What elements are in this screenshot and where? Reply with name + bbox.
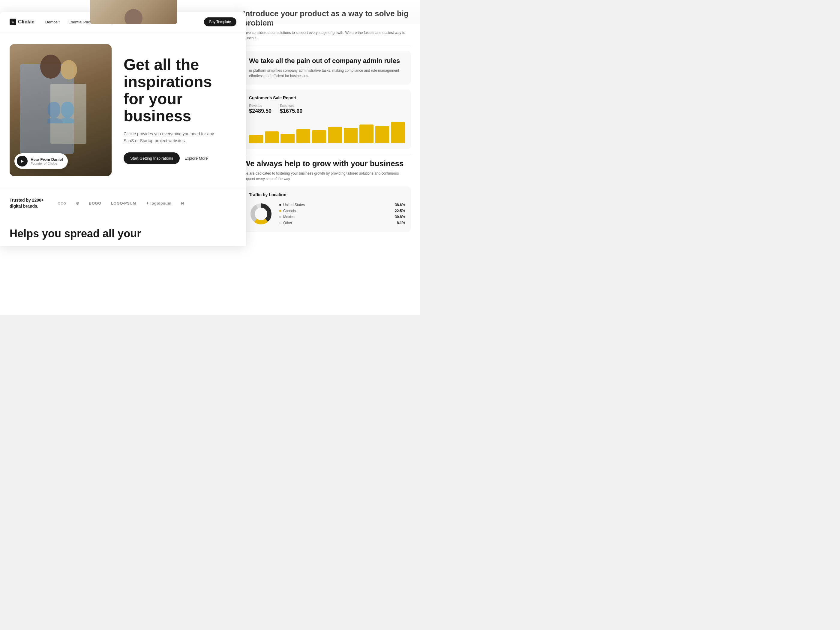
divider-2 <box>243 154 411 154</box>
brand-logo-3: BOGO <box>89 201 101 205</box>
logo[interactable]: C Clickie <box>9 19 35 25</box>
legend-dot <box>279 210 281 212</box>
bar <box>281 134 295 143</box>
brand-logos: ᴑᴑᴑ ⊚ BOGO LOGO·PSUM ✦ logoIpsum N <box>58 201 184 205</box>
legend-item: Other 8.1% <box>279 221 405 225</box>
nav-demos[interactable]: Demos ▾ <box>45 20 60 24</box>
divider <box>243 46 411 46</box>
legend-dot <box>279 204 281 206</box>
trusted-section: Trusted by 2200+ digital brands. ᴑᴑᴑ ⊚ B… <box>0 188 246 218</box>
sales-report-title: Customer's Sale Report <box>249 95 405 100</box>
sales-metrics: Revenue $2489.50 Expenses $1675.60 <box>249 104 405 114</box>
bar <box>249 135 263 143</box>
legend-label: Other <box>279 221 292 225</box>
bar <box>328 127 342 143</box>
bar <box>265 131 279 143</box>
legend-item: Canada 22.5% <box>279 209 405 213</box>
chevron-down-icon: ▾ <box>58 21 60 24</box>
revenue-value: $2489.50 <box>249 108 272 114</box>
bar <box>375 126 389 143</box>
brand-logo-1: ᴑᴑᴑ <box>58 201 66 205</box>
legend-dot <box>279 216 281 218</box>
legend-dot <box>279 222 281 224</box>
bar <box>391 122 405 143</box>
grow-section: We always help to grow with your busines… <box>243 159 411 182</box>
explore-more-button[interactable]: Explore More <box>185 156 208 161</box>
legend-label: United States <box>279 203 305 207</box>
testimonial-badge[interactable]: ▶ Hear From Daniel Founder of Clickie <box>14 153 68 169</box>
brand-logo-5: ✦ logoIpsum <box>146 201 172 205</box>
donut-chart <box>249 202 273 226</box>
bottom-title: Helps you spread all your <box>9 227 237 240</box>
legend-value: 30.8% <box>395 215 405 219</box>
start-getting-inspirations-button[interactable]: Start Getting Inspirations <box>123 152 180 164</box>
legend-value: 8.1% <box>397 221 405 225</box>
admin-description: ur platform simplifies company administr… <box>249 68 405 79</box>
buy-template-button[interactable]: Buy Template <box>204 17 237 27</box>
legend-label: Mexico <box>279 215 295 219</box>
play-icon: ▶ <box>17 156 28 166</box>
bar <box>359 125 374 143</box>
grow-heading: We always help to grow with your busines… <box>243 159 411 168</box>
legend-value: 22.5% <box>395 209 405 213</box>
admin-heading: We take all the pain out of company admi… <box>249 57 405 65</box>
expenses-label: Expenses <box>280 104 302 107</box>
testimonial-role: Founder of Clickie <box>31 162 63 165</box>
legend-item: United States 38.6% <box>279 203 405 207</box>
revenue-label: Revenue <box>249 104 272 107</box>
introduce-heading: Introduce your product as a way to solve… <box>243 9 411 28</box>
legend-value: 38.6% <box>395 203 405 207</box>
right-panels: Introduce your product as a way to solve… <box>234 0 420 243</box>
bar <box>312 130 326 143</box>
traffic-content: United States 38.6% Canada 22.5% Mexico … <box>249 202 405 226</box>
bar <box>297 129 311 143</box>
trusted-label: Trusted by 2200+ digital brands. <box>9 197 46 209</box>
bar <box>344 128 358 143</box>
admin-feature-card: We take all the pain out of company admi… <box>243 51 411 85</box>
grow-description: We are dedicated to fostering your busin… <box>243 171 411 182</box>
logo-icon: C <box>9 19 16 25</box>
bottom-headline: Helps you spread all your <box>0 218 246 246</box>
testimonial-name: Hear From Daniel <box>31 157 63 162</box>
bar-chart <box>249 119 405 143</box>
hero-description: Clickie provides you everything you need… <box>123 131 219 144</box>
expenses-value: $1675.60 <box>280 108 302 114</box>
sales-report-card: Customer's Sale Report Revenue $2489.50 … <box>243 89 411 149</box>
hero-section: ▶ Hear From Daniel Founder of Clickie Ge… <box>0 32 246 188</box>
expenses-metric: Expenses $1675.60 <box>280 104 302 114</box>
introduce-description: have considered our solutions to support… <box>243 30 411 41</box>
traffic-legend: United States 38.6% Canada 22.5% Mexico … <box>279 203 405 225</box>
brand-logo-6: N <box>181 201 184 205</box>
hero-image-wrap: ▶ Hear From Daniel Founder of Clickie <box>9 44 112 176</box>
brand-logo-2: ⊚ <box>76 201 79 205</box>
legend-item: Mexico 30.8% <box>279 215 405 219</box>
hero-content: Get all the inspirations for your busine… <box>123 56 237 164</box>
logo-text: Clickie <box>18 19 35 25</box>
traffic-title: Traffic by Location <box>249 192 405 197</box>
introduce-section: Introduce your product as a way to solve… <box>243 9 411 41</box>
brand-logo-4: LOGO·PSUM <box>111 201 136 205</box>
hero-buttons: Start Getting Inspirations Explore More <box>123 152 237 164</box>
traffic-card: Traffic by Location United States 38.6% <box>243 186 411 232</box>
legend-label: Canada <box>279 209 296 213</box>
hero-title: Get all the inspirations for your busine… <box>123 56 237 125</box>
revenue-metric: Revenue $2489.50 <box>249 104 272 114</box>
